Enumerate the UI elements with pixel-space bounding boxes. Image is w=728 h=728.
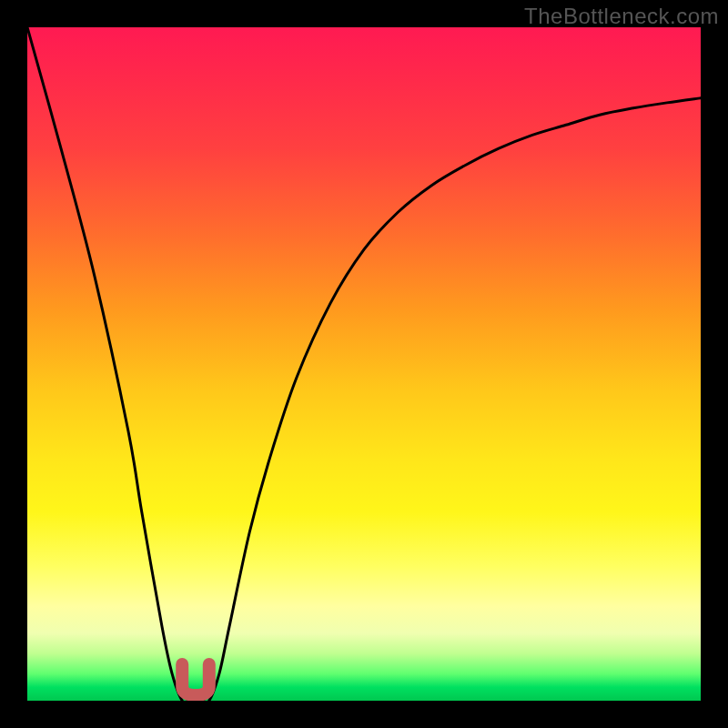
bottleneck-curve [27, 27, 701, 701]
watermark-text: TheBottleneck.com [524, 4, 719, 29]
chart-frame [27, 27, 701, 701]
bottleneck-marker [182, 664, 209, 695]
chart-svg [27, 27, 701, 701]
